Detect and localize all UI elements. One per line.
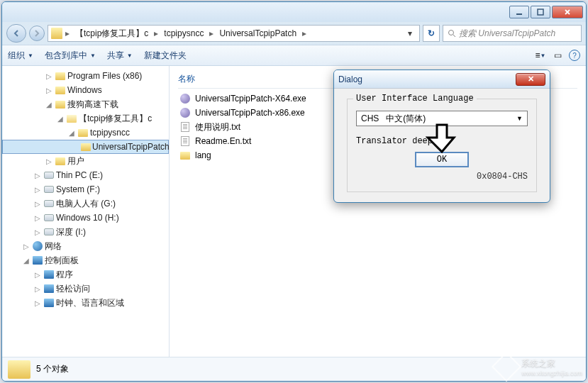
refresh-button[interactable]: ↻ xyxy=(423,25,440,42)
watermark-logo-icon xyxy=(492,352,521,382)
titlebar xyxy=(2,2,586,22)
folder-open-icon xyxy=(66,113,77,124)
breadcrumb-item[interactable]: 【tcpip修复工具】c xyxy=(72,28,151,40)
tree-expander-icon[interactable]: ▷ xyxy=(33,171,42,179)
breadcrumb-item[interactable]: tcpipysncc xyxy=(161,28,206,38)
search-input[interactable]: 搜索 UniversalTcpipPatch xyxy=(443,25,582,42)
maximize-button[interactable] xyxy=(531,6,550,18)
close-button[interactable] xyxy=(552,6,583,18)
tree-item[interactable]: ▷System (F:) xyxy=(2,182,169,196)
tree-expander-icon[interactable]: ▷ xyxy=(33,299,42,307)
tree-label: 网络 xyxy=(45,240,62,252)
minimize-button[interactable] xyxy=(509,6,529,18)
tree-item[interactable]: ▷网络 xyxy=(2,239,169,253)
file-name: lang xyxy=(195,150,211,160)
tree-expander-icon[interactable]: ◢ xyxy=(56,114,65,123)
file-name: UniversalTcpipPatch-X64.exe xyxy=(195,94,306,104)
tree-item[interactable]: UniversalTcpipPatch xyxy=(2,140,169,154)
dialog-titlebar[interactable]: Dialog ✕ xyxy=(334,70,550,89)
drive-icon xyxy=(43,198,55,209)
pointer-arrow-icon xyxy=(426,122,458,155)
tree-label: UniversalTcpipPatch xyxy=(92,142,170,152)
tree-item[interactable]: ▷Windows xyxy=(2,83,169,97)
help-button[interactable]: ? xyxy=(569,50,580,61)
chevron-right-icon[interactable]: ▸ xyxy=(152,28,160,38)
tree-item[interactable]: ◢搜狗高速下载 xyxy=(2,97,169,111)
tree-item[interactable]: ▷用户 xyxy=(2,154,169,168)
toolbar-share[interactable]: 共享▼ xyxy=(107,50,133,62)
chevron-down-icon[interactable]: ▾ xyxy=(404,28,416,38)
cp-sub-icon xyxy=(43,269,55,280)
nav-tree[interactable]: ▷Program Files (x86)▷Windows◢搜狗高速下载◢【tcp… xyxy=(2,66,170,357)
tree-label: 深度 (I:) xyxy=(56,226,86,238)
tree-label: 程序 xyxy=(56,269,73,281)
tree-label: Program Files (x86) xyxy=(67,71,142,81)
folder-icon xyxy=(55,84,66,96)
txt-icon xyxy=(179,135,191,147)
search-placeholder: 搜索 UniversalTcpipPatch xyxy=(459,28,555,40)
chevron-right-icon[interactable]: ▸ xyxy=(208,28,215,38)
tree-item[interactable]: ▷轻松访问 xyxy=(2,282,169,296)
toolbar-newfolder[interactable]: 新建文件夹 xyxy=(144,50,187,62)
file-name: 使用说明.txt xyxy=(195,121,240,133)
tree-expander-icon[interactable]: ◢ xyxy=(22,256,30,265)
chevron-down-icon: ▼ xyxy=(516,115,523,122)
dialog-title-text: Dialog xyxy=(338,74,362,84)
cpanel-icon xyxy=(32,255,43,266)
tree-label: System (F:) xyxy=(56,184,100,194)
language-code: 0x0804-CHS xyxy=(356,172,528,182)
toolbar-include[interactable]: 包含到库中▼ xyxy=(45,50,96,62)
tree-item[interactable]: ◢【tcpip修复工具】c xyxy=(2,111,169,126)
tree-item[interactable]: ▷Program Files (x86) xyxy=(2,69,169,83)
view-options-button[interactable]: ≡ ▼ xyxy=(535,50,546,61)
preview-pane-button[interactable]: ▭ xyxy=(552,50,563,61)
tree-item[interactable]: ▷Windows 10 (H:) xyxy=(2,211,169,225)
tree-label: 电脑人人有 (G:) xyxy=(56,198,116,210)
tree-label: 控制面板 xyxy=(45,255,79,267)
tree-label: Windows 10 (H:) xyxy=(56,213,119,223)
exe-icon xyxy=(179,107,191,118)
folder-icon xyxy=(179,150,191,161)
tree-expander-icon[interactable]: ▷ xyxy=(45,157,53,165)
tree-item[interactable]: ◢控制面板 xyxy=(2,253,169,267)
tree-item[interactable]: ◢tcpipysncc xyxy=(2,126,169,140)
tree-expander-icon[interactable]: ▷ xyxy=(33,270,42,279)
network-icon xyxy=(32,240,43,252)
dialog-close-button[interactable]: ✕ xyxy=(516,73,545,86)
tree-item[interactable]: ▷Thin PC (E:) xyxy=(2,168,169,182)
toolbar-organize[interactable]: 组织▼ xyxy=(8,50,33,62)
group-legend: User Interface Language xyxy=(353,94,477,104)
tree-expander-icon[interactable]: ▷ xyxy=(33,228,42,236)
nav-back-button[interactable] xyxy=(6,24,26,43)
chevron-down-icon: ▼ xyxy=(127,52,133,59)
tree-expander-icon[interactable]: ◢ xyxy=(45,100,53,109)
tree-label: 时钟、语言和区域 xyxy=(56,297,124,309)
tree-item[interactable]: ▷程序 xyxy=(2,267,169,282)
folder-icon xyxy=(51,28,62,39)
toolbar: 组织▼ 包含到库中▼ 共享▼ 新建文件夹 ≡ ▼ ▭ ? xyxy=(2,45,586,66)
tree-expander-icon[interactable]: ▷ xyxy=(33,199,42,208)
tree-label: Windows xyxy=(67,85,102,95)
tree-item[interactable]: ▷深度 (I:) xyxy=(2,225,169,239)
breadcrumb[interactable]: ▸ 【tcpip修复工具】c ▸ tcpipysncc ▸ UniversalT… xyxy=(48,25,420,42)
search-icon xyxy=(448,29,456,38)
tree-expander-icon[interactable]: ▷ xyxy=(33,213,42,222)
tree-expander-icon[interactable]: ▷ xyxy=(33,185,42,194)
breadcrumb-item[interactable]: UniversalTcpipPatch xyxy=(216,28,299,38)
tree-item[interactable]: ▷时钟、语言和区域 xyxy=(2,296,169,310)
tree-expander-icon[interactable]: ▷ xyxy=(22,242,30,250)
tree-expander-icon[interactable]: ▷ xyxy=(45,86,53,94)
nav-forward-button[interactable] xyxy=(29,26,45,41)
folder-icon xyxy=(77,127,89,138)
cp-sub-icon xyxy=(43,283,55,294)
tree-expander-icon[interactable]: ▷ xyxy=(45,72,53,80)
file-name: UniversalTcpipPatch-x86.exe xyxy=(195,108,305,118)
tree-expander-icon[interactable]: ▷ xyxy=(33,284,42,293)
folder-icon xyxy=(55,155,66,167)
chevron-right-icon[interactable]: ▸ xyxy=(301,28,308,38)
tree-expander-icon[interactable]: ◢ xyxy=(67,128,76,137)
chevron-right-icon[interactable]: ▸ xyxy=(64,28,71,38)
language-dialog: Dialog ✕ User Interface Language CHS 中文(… xyxy=(333,70,550,203)
tree-item[interactable]: ▷电脑人人有 (G:) xyxy=(2,196,169,211)
folder-icon xyxy=(55,99,66,110)
